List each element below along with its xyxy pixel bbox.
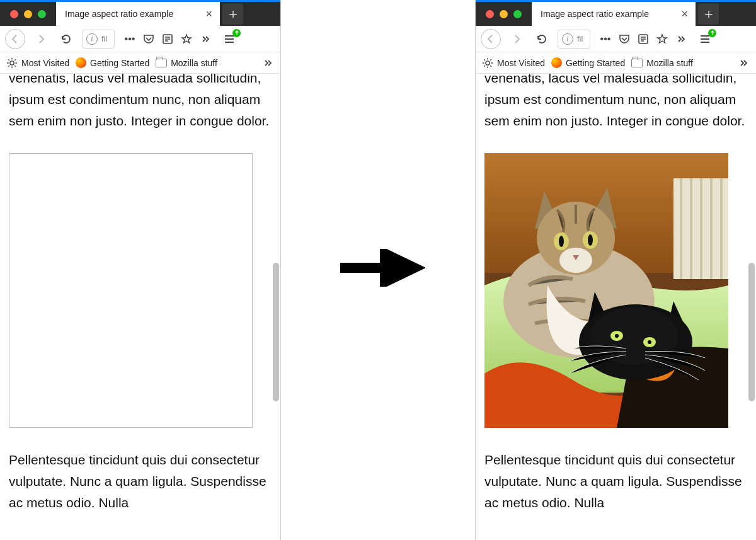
- back-button[interactable]: [5, 29, 25, 49]
- svg-point-24: [648, 340, 651, 344]
- window-maximize-button[interactable]: [513, 10, 522, 18]
- more-actions-icon[interactable]: •••: [599, 33, 612, 45]
- browser-tab[interactable]: Image aspect ratio example ×: [532, 2, 696, 26]
- window-controls: [0, 10, 56, 18]
- plus-icon: ＋: [702, 4, 716, 23]
- reload-button[interactable]: [532, 30, 551, 49]
- svg-point-17: [588, 234, 593, 246]
- window-minimize-button[interactable]: [500, 10, 508, 18]
- page-viewport[interactable]: venenatis, lacus vel malesuada sollicitu…: [0, 74, 280, 540]
- paragraph-text: Pellentesque tincidunt quis dui consecte…: [9, 449, 272, 514]
- bookmark-star-icon[interactable]: [656, 33, 668, 45]
- bookmark-label: Mozilla stuff: [171, 58, 217, 68]
- gear-icon: [482, 57, 493, 69]
- window-close-button[interactable]: [486, 10, 494, 18]
- svg-point-22: [615, 334, 619, 338]
- new-tab-button[interactable]: ＋: [698, 4, 719, 25]
- gear-icon: [6, 57, 18, 69]
- scrollbar-thumb[interactable]: [273, 263, 279, 401]
- svg-point-1: [10, 60, 14, 64]
- scrollbar-thumb[interactable]: [748, 263, 755, 401]
- more-actions-icon[interactable]: •••: [123, 33, 136, 45]
- tab-title: Image aspect ratio example: [65, 9, 173, 19]
- site-info-icon[interactable]: i: [86, 33, 98, 45]
- pocket-icon[interactable]: [618, 33, 631, 45]
- folder-icon: [156, 59, 167, 67]
- browser-window-before: Image aspect ratio example × ＋ i fil •••: [0, 0, 280, 540]
- update-badge-icon: [708, 29, 716, 37]
- browser-window-after: Image aspect ratio example × ＋ i fil •••: [476, 0, 756, 540]
- update-badge-icon: [232, 29, 241, 37]
- bookmark-getting-started[interactable]: Getting Started: [76, 57, 149, 68]
- site-info-icon[interactable]: i: [562, 33, 573, 45]
- page-actions: •••: [599, 33, 687, 45]
- pocket-icon[interactable]: [142, 33, 155, 45]
- bookmark-label: Getting Started: [566, 58, 625, 68]
- arrow-icon: [340, 249, 425, 287]
- firefox-icon: [551, 57, 562, 68]
- url-text: fil: [577, 34, 583, 43]
- bookmark-star-icon[interactable]: [180, 33, 193, 45]
- page-actions: •••: [123, 33, 212, 45]
- forward-button[interactable]: [32, 30, 50, 49]
- svg-point-4: [486, 60, 490, 64]
- bookmark-label: Mozilla stuff: [646, 58, 693, 68]
- bookmark-label: Getting Started: [90, 58, 149, 68]
- window-controls: [476, 10, 532, 18]
- window-maximize-button[interactable]: [38, 10, 46, 18]
- bookmark-label: Most Visited: [21, 58, 69, 68]
- window-close-button[interactable]: [10, 10, 18, 18]
- scrollbar[interactable]: [748, 74, 755, 540]
- bookmarks-toolbar: Most Visited Getting Started Mozilla stu…: [0, 52, 280, 74]
- url-bar[interactable]: i fil: [558, 30, 590, 49]
- bookmark-mozilla-stuff[interactable]: Mozilla stuff: [156, 58, 217, 68]
- bookmark-most-visited[interactable]: Most Visited: [482, 57, 545, 69]
- bookmarks-overflow-icon[interactable]: [261, 57, 274, 69]
- paragraph-text: venenatis, lacus vel malesuada sollicitu…: [9, 74, 272, 132]
- app-menu-button[interactable]: [697, 32, 713, 47]
- navigation-toolbar: i fil •••: [476, 26, 756, 52]
- plus-icon: ＋: [226, 4, 240, 23]
- page-viewport[interactable]: venenatis, lacus vel malesuada sollicitu…: [476, 74, 756, 540]
- svg-point-15: [559, 236, 564, 247]
- reader-mode-icon[interactable]: [637, 33, 650, 45]
- tab-bar: Image aspect ratio example × ＋: [0, 2, 280, 26]
- browser-tab[interactable]: Image aspect ratio example ×: [56, 2, 220, 26]
- bookmark-label: Most Visited: [497, 58, 545, 68]
- tab-title: Image aspect ratio example: [541, 9, 649, 19]
- bookmarks-toolbar: Most Visited Getting Started Mozilla stu…: [476, 52, 756, 74]
- firefox-icon: [76, 57, 86, 68]
- bookmark-getting-started[interactable]: Getting Started: [551, 57, 625, 68]
- close-icon[interactable]: ×: [679, 8, 690, 20]
- content-image-cats: [484, 153, 728, 428]
- overflow-icon[interactable]: [199, 33, 212, 45]
- url-bar[interactable]: i fil: [82, 30, 115, 49]
- navigation-toolbar: i fil •••: [0, 26, 280, 52]
- forward-button[interactable]: [507, 30, 526, 49]
- close-icon[interactable]: ×: [203, 8, 215, 20]
- bookmark-mozilla-stuff[interactable]: Mozilla stuff: [631, 58, 693, 68]
- url-text: fil: [101, 34, 107, 43]
- reload-button[interactable]: [57, 30, 76, 49]
- tab-bar: Image aspect ratio example × ＋: [476, 2, 756, 26]
- paragraph-text: venenatis, lacus vel malesuada sollicitu…: [484, 74, 747, 132]
- window-minimize-button[interactable]: [24, 10, 32, 18]
- paragraph-text: Pellentesque tincidunt quis dui consecte…: [484, 449, 747, 514]
- svg-point-20: [590, 307, 679, 365]
- image-placeholder-unloaded: [9, 153, 253, 428]
- scrollbar[interactable]: [273, 74, 279, 540]
- folder-icon: [631, 59, 643, 67]
- bookmarks-overflow-icon[interactable]: [737, 57, 750, 69]
- back-button[interactable]: [481, 29, 501, 49]
- reader-mode-icon[interactable]: [161, 33, 174, 45]
- bookmark-most-visited[interactable]: Most Visited: [6, 57, 69, 69]
- new-tab-button[interactable]: ＋: [222, 4, 243, 25]
- overflow-icon[interactable]: [675, 33, 687, 45]
- app-menu-button[interactable]: [222, 32, 237, 47]
